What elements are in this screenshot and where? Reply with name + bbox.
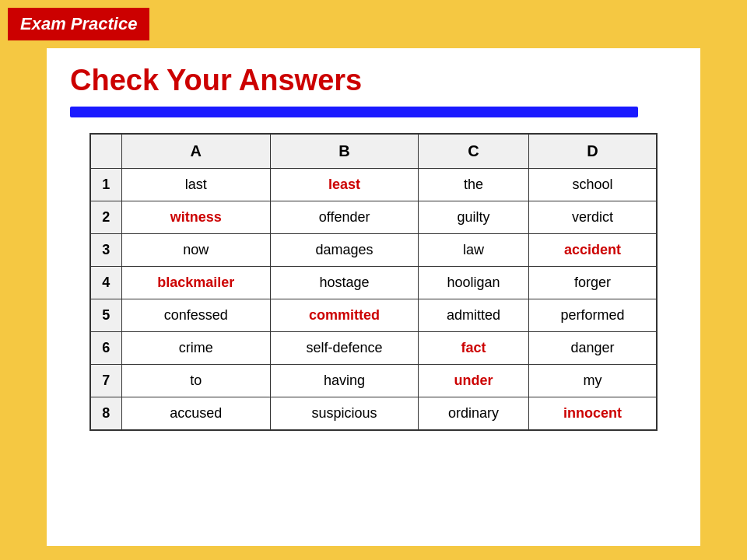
cell-1-c: the (419, 169, 529, 201)
col-header-a: A (121, 134, 271, 169)
cell-1-a: last (121, 169, 271, 201)
cell-3-a: now (121, 234, 271, 267)
table-row: 6crimeself-defencefactdanger (90, 332, 657, 365)
cell-6-c: fact (419, 332, 529, 365)
cell-4-b: hostage (271, 267, 419, 299)
row-number: 1 (90, 169, 121, 201)
table-row: 1lastleasttheschool (90, 169, 657, 201)
col-header-b: B (271, 134, 419, 169)
cell-3-d: accident (529, 234, 657, 267)
row-number: 2 (90, 201, 121, 234)
cell-7-d: my (529, 365, 657, 397)
cell-6-a: crime (121, 332, 271, 365)
cell-8-c: ordinary (419, 397, 529, 431)
cell-6-d: danger (529, 332, 657, 365)
table-row: 8accusedsuspiciousordinaryinnocent (90, 397, 657, 431)
table-row: 7tohavingundermy (90, 365, 657, 397)
cell-5-d: performed (529, 299, 657, 332)
row-number: 8 (90, 397, 121, 431)
main-content: Check Your Answers A B C D 1lastleastthe… (47, 48, 700, 546)
col-header-c: C (419, 134, 529, 169)
table-row: 2witnessoffenderguiltyverdict (90, 201, 657, 234)
cell-6-b: self-defence (271, 332, 419, 365)
cell-8-a: accused (121, 397, 271, 431)
row-number: 5 (90, 299, 121, 332)
row-number: 3 (90, 234, 121, 267)
cell-7-b: having (271, 365, 419, 397)
row-number: 4 (90, 267, 121, 299)
cell-1-d: school (529, 169, 657, 201)
answer-table: A B C D 1lastleasttheschool2witnessoffen… (89, 133, 658, 431)
cell-2-b: offender (271, 201, 419, 234)
cell-3-b: damages (271, 234, 419, 267)
cell-8-d: innocent (529, 397, 657, 431)
col-header-num (90, 134, 121, 169)
col-header-d: D (529, 134, 657, 169)
row-number: 6 (90, 332, 121, 365)
cell-4-a: blackmailer (121, 267, 271, 299)
cell-4-c: hooligan (419, 267, 529, 299)
header-label: Exam Practice (20, 14, 137, 33)
cell-5-a: confessed (121, 299, 271, 332)
cell-2-a: witness (121, 201, 271, 234)
page-title: Check Your Answers (70, 64, 677, 97)
row-number: 7 (90, 365, 121, 397)
table-row: 4blackmailerhostagehooliganforger (90, 267, 657, 299)
cell-5-c: admitted (419, 299, 529, 332)
cell-8-b: suspicious (271, 397, 419, 431)
table-row: 3nowdamageslawaccident (90, 234, 657, 267)
cell-7-c: under (419, 365, 529, 397)
table-row: 5confessedcommittedadmittedperformed (90, 299, 657, 332)
cell-5-b: committed (271, 299, 419, 332)
cell-7-a: to (121, 365, 271, 397)
cell-4-d: forger (529, 267, 657, 299)
cell-3-c: law (419, 234, 529, 267)
cell-2-c: guilty (419, 201, 529, 234)
cell-2-d: verdict (529, 201, 657, 234)
table-header-row: A B C D (90, 134, 657, 169)
blue-divider (70, 107, 638, 117)
cell-1-b: least (271, 169, 419, 201)
header-banner: Exam Practice (8, 8, 149, 40)
